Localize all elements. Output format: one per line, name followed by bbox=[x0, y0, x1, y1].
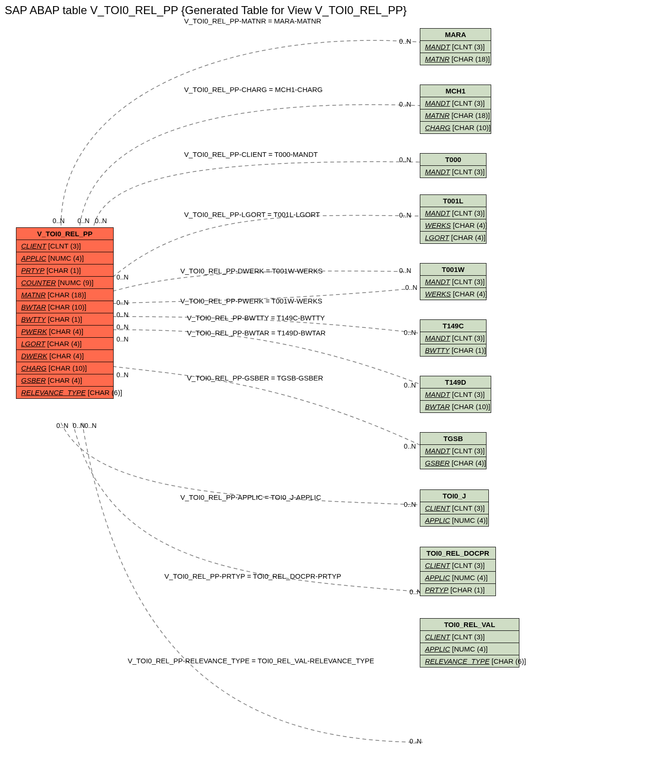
entity-header: T000 bbox=[420, 154, 486, 166]
field-name: MANDT bbox=[425, 334, 450, 342]
field-name: MATNR bbox=[425, 111, 449, 119]
field-type: [CHAR (1)] bbox=[452, 346, 486, 354]
cardinality: 0..N bbox=[116, 371, 129, 379]
field-type: [NUMC (4)] bbox=[48, 254, 84, 262]
field-name: CHARG bbox=[21, 364, 46, 372]
cardinality: 0..N bbox=[116, 323, 129, 331]
field-name: GSBER bbox=[21, 376, 46, 384]
relation-label: V_TOI0_REL_PP-DWERK = T001W-WERKS bbox=[180, 267, 323, 275]
cardinality: 0..N bbox=[399, 101, 411, 108]
field-type: [CHAR (1)] bbox=[450, 586, 485, 594]
relation-label: V_TOI0_REL_PP-CHARG = MCH1-CHARG bbox=[184, 85, 323, 93]
field-name: DWERK bbox=[21, 352, 47, 360]
relation-label: V_TOI0_REL_PP-APPLIC = TOI0_J-APPLIC bbox=[180, 493, 321, 501]
field-name: MANDT bbox=[425, 390, 450, 398]
entity-header: T001L bbox=[420, 195, 486, 207]
field-type: [CHAR (4)] bbox=[49, 327, 83, 335]
cardinality: 0..N bbox=[405, 284, 417, 291]
relation-label: V_TOI0_REL_PP-PWERK = T001W-WERKS bbox=[180, 297, 322, 305]
field-name: CLIENT bbox=[425, 561, 450, 569]
cardinality: 0..N bbox=[399, 156, 411, 163]
cardinality: 0..N bbox=[399, 38, 411, 45]
entity-header: MARA bbox=[420, 29, 491, 41]
field-type: [NUMC (9)] bbox=[58, 279, 93, 287]
field-type: [CLNT (3)] bbox=[452, 209, 485, 217]
field-name: WERKS bbox=[425, 290, 451, 298]
field-type: [CHAR (6)] bbox=[88, 388, 122, 396]
field-type: [CLNT (3)] bbox=[452, 43, 485, 51]
field-name: BWTAR bbox=[21, 303, 46, 311]
field-name: RELEVANCE_TYPE bbox=[425, 657, 490, 665]
entity-header: TGSB bbox=[420, 433, 486, 445]
field-type: [CHAR (10)] bbox=[48, 364, 87, 372]
field-name: WERKS bbox=[425, 221, 451, 229]
entity-header: TOI0_J bbox=[420, 490, 488, 502]
field-type: [CHAR (4)] bbox=[453, 290, 487, 298]
cardinality: 0..N bbox=[116, 335, 129, 343]
field-type: [CHAR (18)] bbox=[47, 291, 86, 299]
field-name: BWTTY bbox=[21, 315, 46, 323]
field-name: APPLIC bbox=[21, 254, 46, 262]
field-type: [CHAR (6)] bbox=[492, 657, 526, 665]
field-type: [CLNT (3)] bbox=[452, 390, 485, 398]
field-type: [CLNT (3)] bbox=[452, 447, 485, 455]
cardinality: 0..N bbox=[404, 329, 416, 336]
field-type: [NUMC (4)] bbox=[452, 645, 488, 653]
cardinality: 0..N bbox=[56, 422, 69, 429]
cardinality: 0..N bbox=[116, 273, 129, 281]
field-name: MANDT bbox=[425, 43, 450, 51]
entity-t149c: T149C MANDT [CLNT (3)] BWTTY [CHAR (1)] bbox=[420, 319, 487, 357]
field-type: [CHAR (10)] bbox=[452, 403, 490, 411]
field-name: APPLIC bbox=[425, 645, 450, 653]
cardinality: 0..N bbox=[95, 217, 107, 225]
entity-toi0-rel-docpr: TOI0_REL_DOCPR CLIENT [CLNT (3)] APPLIC … bbox=[420, 547, 496, 596]
entity-t001l: T001L MANDT [CLNT (3)] WERKS [CHAR (4)] … bbox=[420, 194, 487, 244]
field-name: APPLIC bbox=[425, 574, 450, 582]
field-name: APPLIC bbox=[425, 516, 450, 524]
entity-mch1: MCH1 MANDT [CLNT (3)] MATNR [CHAR (18)] … bbox=[420, 85, 491, 134]
field-name: CLIENT bbox=[425, 504, 450, 512]
entity-t000: T000 MANDT [CLNT (3)] bbox=[420, 153, 487, 178]
entity-header: TOI0_REL_DOCPR bbox=[420, 547, 495, 559]
field-name: MANDT bbox=[425, 278, 450, 286]
cardinality: 0..N bbox=[116, 311, 129, 318]
relation-label: V_TOI0_REL_PP-RELEVANCE_TYPE = TOI0_REL_… bbox=[128, 657, 374, 665]
field-name: GSBER bbox=[425, 459, 450, 467]
field-name: MANDT bbox=[425, 209, 450, 217]
field-type: [CHAR (1)] bbox=[48, 315, 82, 323]
entity-header: V_TOI0_REL_PP bbox=[16, 228, 113, 240]
field-type: [CLNT (3)] bbox=[452, 99, 485, 107]
field-type: [CHAR (18)] bbox=[451, 111, 490, 119]
cardinality: 0..N bbox=[404, 442, 416, 450]
field-name: CLIENT bbox=[425, 633, 450, 641]
cardinality: 0..N bbox=[73, 422, 85, 429]
entity-header: MCH1 bbox=[420, 85, 491, 97]
entity-toi0-j: TOI0_J CLIENT [CLNT (3)] APPLIC [NUMC (4… bbox=[420, 489, 489, 527]
field-type: [CHAR (4)] bbox=[48, 376, 82, 384]
field-name: MANDT bbox=[425, 168, 450, 176]
cardinality: 0..N bbox=[77, 217, 90, 225]
field-type: [CHAR (18)] bbox=[451, 55, 490, 63]
field-type: [CLNT (3)] bbox=[452, 278, 485, 286]
field-type: [CLNT (3)] bbox=[48, 242, 81, 250]
entity-mara: MARA MANDT [CLNT (3)] MATNR [CHAR (18)] bbox=[420, 28, 491, 65]
field-name: RELEVANCE_TYPE bbox=[21, 388, 86, 396]
cardinality: 0..N bbox=[404, 501, 416, 508]
cardinality: 0..N bbox=[404, 381, 416, 389]
field-type: [CLNT (3)] bbox=[452, 168, 485, 176]
field-name: MATNR bbox=[425, 55, 449, 63]
field-name: PRTYP bbox=[425, 586, 448, 594]
field-name: COUNTER bbox=[21, 279, 56, 287]
field-type: [CLNT (3)] bbox=[452, 561, 485, 569]
cardinality: 0..N bbox=[399, 211, 411, 219]
field-type: [CHAR (1)] bbox=[46, 266, 81, 274]
entity-header: T001W bbox=[420, 264, 486, 276]
entity-header: T149C bbox=[420, 320, 486, 332]
field-name: CLIENT bbox=[21, 242, 46, 250]
entity-t149d: T149D MANDT [CLNT (3)] BWTAR [CHAR (10)] bbox=[420, 376, 491, 413]
field-type: [CLNT (3)] bbox=[452, 334, 485, 342]
field-type: [CHAR (10)] bbox=[452, 124, 491, 132]
relation-label: V_TOI0_REL_PP-CLIENT = T000-MANDT bbox=[184, 150, 318, 158]
field-name: CHARG bbox=[425, 124, 450, 132]
field-name: PRTYP bbox=[21, 266, 45, 274]
